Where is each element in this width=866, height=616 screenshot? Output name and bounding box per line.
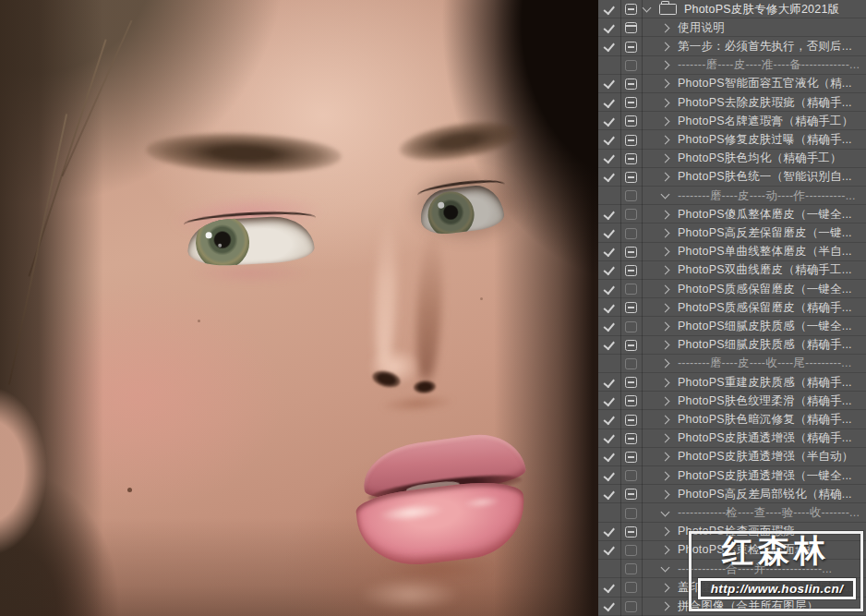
chevron-right-icon[interactable]	[661, 229, 670, 238]
include-checkbox[interactable]	[598, 118, 620, 125]
chevron-right-icon[interactable]	[661, 266, 670, 275]
action-row[interactable]: PhotoPS去除皮肤瑕疵（精确手...	[598, 93, 866, 112]
include-checkbox[interactable]	[598, 267, 620, 273]
include-checkbox[interactable]	[598, 305, 620, 311]
chevron-right-icon[interactable]	[661, 359, 670, 368]
action-row[interactable]: PhotoPS质感保留磨皮（一键全...	[598, 280, 866, 298]
dialog-toggle[interactable]	[620, 358, 642, 369]
dialog-toggle[interactable]	[620, 377, 642, 388]
include-checkbox[interactable]	[598, 155, 620, 162]
dialog-toggle[interactable]	[620, 153, 642, 164]
dialog-toggle[interactable]	[620, 60, 642, 71]
chevron-right-icon[interactable]	[661, 98, 670, 107]
include-checkbox[interactable]	[598, 211, 620, 218]
dialog-toggle[interactable]	[620, 97, 642, 108]
include-checkbox[interactable]	[598, 80, 620, 87]
include-checkbox[interactable]	[598, 435, 620, 441]
include-checkbox[interactable]	[598, 603, 620, 610]
chevron-right-icon[interactable]	[661, 42, 670, 52]
chevron-right-icon[interactable]	[661, 116, 670, 126]
action-row[interactable]: PhotoPS名牌遮瑕膏（精确手工）	[598, 112, 866, 130]
dialog-toggle[interactable]	[620, 545, 642, 556]
include-checkbox[interactable]	[598, 528, 620, 535]
include-checkbox[interactable]	[598, 417, 620, 423]
chevron-right-icon[interactable]	[661, 453, 670, 462]
dialog-toggle[interactable]	[620, 302, 642, 313]
include-checkbox[interactable]	[598, 25, 620, 31]
action-row[interactable]: PhotoPS智能面容五官液化（精...	[598, 75, 866, 93]
dialog-toggle[interactable]	[620, 526, 642, 537]
action-row[interactable]: PhotoPS肤色均化（精确手工）	[598, 150, 866, 168]
include-checkbox[interactable]	[598, 286, 620, 293]
dialog-toggle[interactable]	[620, 4, 642, 15]
dialog-toggle[interactable]	[620, 340, 642, 351]
dialog-toggle[interactable]	[620, 284, 642, 295]
include-checkbox[interactable]	[598, 6, 620, 13]
action-row[interactable]: PhotoPS皮肤通透增强（精确手...	[598, 429, 866, 448]
dialog-toggle[interactable]	[620, 321, 642, 332]
dialog-toggle[interactable]	[620, 22, 642, 33]
include-checkbox[interactable]	[598, 323, 620, 330]
dialog-toggle[interactable]	[620, 172, 642, 183]
action-row[interactable]: PhotoPS高反差保留磨皮（一键...	[598, 223, 866, 242]
action-row[interactable]: PhotoPS修复皮肤过曝（精确手...	[598, 130, 866, 149]
action-row[interactable]: 使用说明	[598, 18, 866, 37]
chevron-right-icon[interactable]	[661, 61, 670, 70]
chevron-right-icon[interactable]	[661, 284, 670, 294]
action-row[interactable]: ------------检----查----验----收-------...	[598, 503, 866, 522]
action-row[interactable]: PhotoPS肤色纹理柔滑（精确手...	[598, 392, 866, 410]
dialog-toggle[interactable]	[620, 452, 642, 463]
chevron-right-icon[interactable]	[661, 416, 670, 425]
chevron-right-icon[interactable]	[661, 248, 670, 257]
dialog-toggle[interactable]	[620, 415, 642, 426]
chevron-right-icon[interactable]	[661, 434, 670, 443]
include-checkbox[interactable]	[598, 342, 620, 348]
chevron-right-icon[interactable]	[661, 341, 670, 350]
chevron-right-icon[interactable]	[661, 322, 670, 332]
include-checkbox[interactable]	[598, 43, 620, 50]
action-row[interactable]: PhotoPS皮肤通透增强（一键全...	[598, 466, 866, 485]
chevron-right-icon[interactable]	[661, 471, 670, 480]
action-row[interactable]: --------磨----皮----动----作----------...	[598, 187, 866, 205]
chevron-down-icon[interactable]	[643, 4, 652, 13]
chevron-right-icon[interactable]	[661, 210, 670, 219]
include-checkbox[interactable]	[598, 547, 620, 553]
action-row[interactable]: PhotoPS肤色统一（智能识别自...	[598, 168, 866, 187]
dialog-toggle[interactable]	[620, 489, 642, 500]
dialog-toggle[interactable]	[620, 247, 642, 258]
dialog-toggle[interactable]	[620, 265, 642, 276]
dialog-toggle[interactable]	[620, 190, 642, 201]
action-row[interactable]: --------磨----皮----收----尾---------...	[598, 355, 866, 373]
chevron-right-icon[interactable]	[661, 489, 670, 499]
chevron-down-icon[interactable]	[661, 190, 670, 199]
action-row[interactable]: PhotoPS双曲线磨皮（精确手工...	[598, 261, 866, 280]
action-row[interactable]: PhotoPS质感保留磨皮（精确手...	[598, 298, 866, 317]
chevron-down-icon[interactable]	[661, 563, 670, 573]
dialog-toggle[interactable]	[620, 42, 642, 53]
dialog-toggle[interactable]	[620, 79, 642, 90]
action-row[interactable]: PhotoPS细腻皮肤质感（一键全...	[598, 317, 866, 335]
include-checkbox[interactable]	[598, 453, 620, 460]
dialog-toggle[interactable]	[620, 209, 642, 220]
include-checkbox[interactable]	[598, 100, 620, 106]
include-checkbox[interactable]	[598, 585, 620, 591]
dialog-toggle[interactable]	[620, 135, 642, 146]
chevron-right-icon[interactable]	[661, 23, 670, 32]
include-checkbox[interactable]	[598, 137, 620, 143]
include-checkbox[interactable]	[598, 174, 620, 180]
include-checkbox[interactable]	[598, 398, 620, 405]
chevron-right-icon[interactable]	[661, 583, 670, 592]
include-checkbox[interactable]	[598, 230, 620, 236]
action-row[interactable]: 第一步：必须首先执行，否则后...	[598, 37, 866, 55]
include-checkbox[interactable]	[598, 473, 620, 479]
action-row[interactable]: PhotoPS傻瓜整体磨皮（一键全...	[598, 205, 866, 223]
chevron-right-icon[interactable]	[661, 396, 670, 405]
chevron-right-icon[interactable]	[661, 303, 670, 312]
include-checkbox[interactable]	[598, 248, 620, 255]
action-row[interactable]: PhotoPS重建皮肤质感（精确手...	[598, 373, 866, 392]
chevron-right-icon[interactable]	[661, 136, 670, 145]
action-row[interactable]: PhotoPS单曲线整体磨皮（半自...	[598, 243, 866, 261]
chevron-right-icon[interactable]	[661, 602, 670, 611]
action-row[interactable]: PhotoPS肤色暗沉修复（精确手...	[598, 410, 866, 429]
dialog-toggle[interactable]	[620, 470, 642, 481]
